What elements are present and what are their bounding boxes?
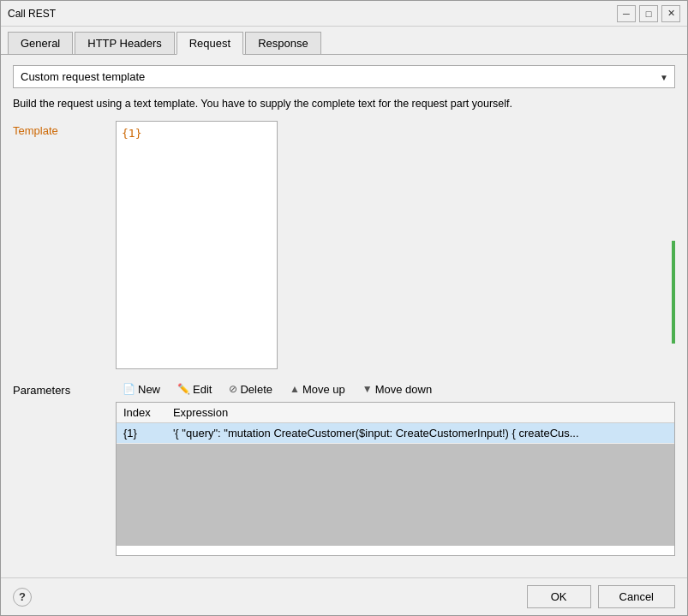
cancel-button[interactable]: Cancel	[598, 585, 675, 608]
new-label: New	[138, 383, 160, 396]
textarea-wrapper: {1}	[116, 121, 675, 372]
green-indicator	[672, 241, 675, 344]
edit-icon: ✏️	[177, 383, 190, 395]
main-content: Custom request template Standard request…	[1, 55, 687, 577]
request-template-dropdown[interactable]: Custom request template Standard request…	[13, 65, 675, 88]
template-row: Template {1}	[13, 121, 675, 372]
parameters-right: 📄 New ✏️ Edit ⊘ Delete ▲ Move up	[116, 380, 675, 556]
row-expression: '{ "query": "mutation CreateCustomer($in…	[166, 422, 674, 443]
move-up-label: Move up	[302, 383, 345, 396]
parameters-section: Parameters 📄 New ✏️ Edit ⊘ Delete	[13, 380, 675, 568]
maximize-button[interactable]: □	[639, 5, 658, 22]
empty-row	[117, 443, 674, 546]
column-index: Index	[117, 403, 166, 423]
parameters-table-container: Index Expression {1} '{ "query": "mutati…	[116, 402, 675, 556]
move-up-icon: ▲	[290, 383, 300, 395]
new-icon: 📄	[123, 383, 135, 395]
parameters-table: Index Expression {1} '{ "query": "mutati…	[117, 403, 674, 547]
dropdown-row: Custom request template Standard request…	[13, 65, 675, 88]
window-controls: ─ □ ✕	[617, 5, 680, 22]
template-label: Template	[13, 121, 107, 137]
tab-bar: General HTTP Headers Request Response	[1, 27, 687, 55]
footer-right: OK Cancel	[527, 585, 675, 608]
tab-request[interactable]: Request	[176, 32, 243, 55]
close-button[interactable]: ✕	[661, 5, 680, 22]
delete-label: Delete	[240, 383, 272, 396]
delete-button[interactable]: ⊘ Delete	[222, 380, 279, 398]
info-text: Build the request using a text template.…	[13, 97, 675, 112]
parameters-label: Parameters	[13, 380, 107, 397]
template-input[interactable]: {1}	[116, 121, 278, 369]
footer: ? OK Cancel	[1, 577, 687, 615]
edit-label: Edit	[193, 383, 212, 396]
move-down-icon: ▼	[362, 383, 373, 395]
table-row[interactable]: {1} '{ "query": "mutation CreateCustomer…	[117, 422, 674, 443]
tab-http-headers[interactable]: HTTP Headers	[75, 32, 174, 54]
move-down-button[interactable]: ▼ Move down	[356, 380, 439, 398]
row-index: {1}	[117, 422, 166, 443]
dropdown-wrapper: Custom request template Standard request…	[13, 65, 675, 88]
tab-response[interactable]: Response	[245, 32, 321, 54]
title-bar: Call REST ─ □ ✕	[1, 1, 687, 27]
parameters-toolbar: 📄 New ✏️ Edit ⊘ Delete ▲ Move up	[116, 380, 675, 398]
new-button[interactable]: 📄 New	[116, 380, 167, 398]
edit-button[interactable]: ✏️ Edit	[171, 380, 218, 398]
column-expression: Expression	[166, 403, 674, 423]
window-title: Call REST	[8, 8, 56, 20]
footer-left: ?	[13, 588, 32, 607]
ok-button[interactable]: OK	[527, 585, 591, 608]
call-rest-dialog: Call REST ─ □ ✕ General HTTP Headers Req…	[0, 0, 688, 616]
tab-general[interactable]: General	[8, 32, 73, 54]
delete-icon: ⊘	[229, 383, 237, 395]
minimize-button[interactable]: ─	[617, 5, 636, 22]
help-button[interactable]: ?	[13, 588, 32, 607]
move-down-label: Move down	[375, 383, 432, 396]
move-up-button[interactable]: ▲ Move up	[283, 380, 352, 398]
